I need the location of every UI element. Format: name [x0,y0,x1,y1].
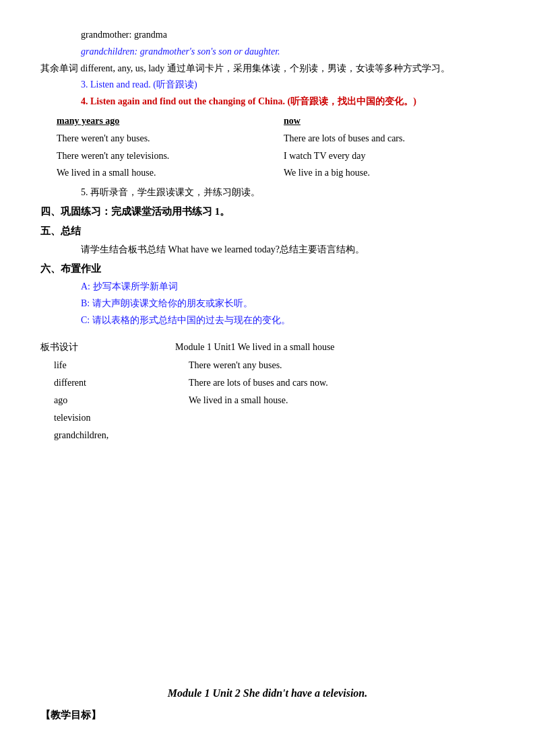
bb-right3: We lived in a small house. [189,392,288,409]
row1-now: There are lots of buses and cars. [281,130,508,147]
blackboard-label: 板书设计 [40,339,94,355]
col-ago-header: many years ago [54,112,281,130]
row2-ago: There weren't any televisions. [54,147,281,165]
blackboard-title: Module 1 Unit1 We lived in a small house [175,339,335,355]
row2-now: I watch TV every day [281,147,508,165]
page-content: grandmother: grandma grandchildren: gran… [40,27,495,724]
bb-left3: ago [54,392,189,409]
hw-a: A: 抄写本课所学新单词 [81,279,495,295]
bb-row2: different There are lots of buses and ca… [54,375,495,391]
other-words-note: 其余单词 different, any, us, lady 通过单词卡片，采用集… [40,61,495,77]
hw-c: C: 请以表格的形式总结中国的过去与现在的变化。 [81,312,495,329]
table-row-1: There weren't any buses. There are lots … [54,130,508,147]
bb-right2: There are lots of buses and cars now. [189,375,328,391]
row3-now: We live in a big house. [281,164,508,182]
table-row-2: There weren't any televisions. I watch T… [54,147,508,165]
col-now-header: now [281,112,508,130]
bb-left1: life [54,357,189,374]
comparison-table: many years ago now There weren't any bus… [54,112,508,182]
teaching-goal-label: 【教学目标】 [40,707,495,724]
grandmother-line: grandmother: grandma [81,27,495,43]
unit2-section: Module 1 Unit 2 She didn't have a televi… [40,684,495,724]
section5-content: 请学生结合板书总结 What have we learned today?总结主… [81,242,495,258]
bb-left5: grandchildren, [54,427,189,444]
row3-ago: We lived in a small house. [54,164,281,182]
blackboard-section: 板书设计 Module 1 Unit1 We lived in a small … [40,335,495,449]
unit2-title: Module 1 Unit 2 She didn't have a televi… [40,684,495,702]
bb-left2: different [54,375,189,391]
bb-left4: television [54,410,189,426]
bb-row5: grandchildren, [54,427,495,444]
step3: 3. Listen and read. (听音跟读) [81,77,495,93]
hw-b: B: 请大声朗读课文给你的朋友或家长听。 [81,296,495,312]
table-header-row: many years ago now [54,112,508,130]
bb-row3: ago We lived in a small house. [54,392,495,409]
step4: 4. Listen again and find out the changin… [81,94,495,110]
bb-row1: life There weren't any buses. [54,357,495,374]
bb-row4: television [54,410,495,426]
section6-label: 六、布置作业 [40,261,495,278]
table: many years ago now There weren't any bus… [54,112,508,182]
step5: 5. 再听录音，学生跟读课文，并练习朗读。 [81,184,495,201]
grandchildren-line: grandchildren: grandmother's son's son o… [81,44,495,60]
table-row-3: We lived in a small house. We live in a … [54,164,508,182]
blackboard-title-row: 板书设计 Module 1 Unit1 We lived in a small … [40,339,495,355]
bb-right1: There weren't any buses. [189,357,282,374]
section4: 四、巩固练习：完成课堂活动用书练习 1。 [40,203,495,221]
row1-ago: There weren't any buses. [54,130,281,147]
section5-label: 五、总结 [40,223,495,240]
